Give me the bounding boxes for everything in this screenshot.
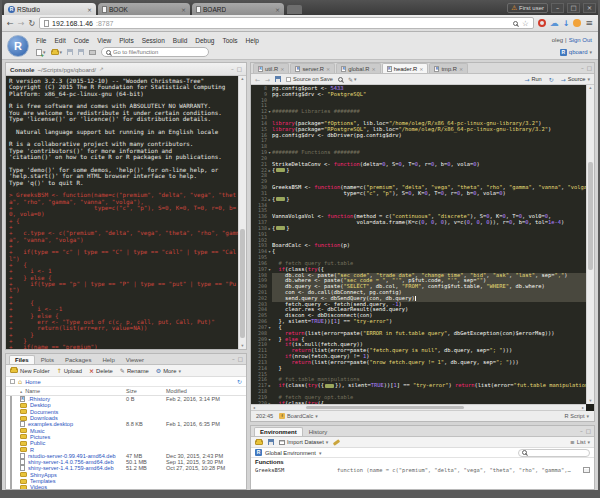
menu-session[interactable]: Session — [142, 37, 165, 44]
function-scope-selector[interactable]: fBoardCalc▾ — [279, 413, 318, 419]
source-button[interactable]: →Source▾ — [561, 76, 590, 83]
file-link[interactable]: Pictures — [30, 434, 50, 440]
select-all-checkbox[interactable] — [10, 379, 15, 384]
upload-button[interactable]: ↑Upload — [57, 367, 82, 374]
tab-close-icon[interactable]: × — [275, 6, 280, 13]
refresh-files-icon[interactable]: ↻ — [237, 378, 242, 385]
new-tab-button[interactable] — [287, 5, 302, 14]
minimize-pane-icon[interactable]: – — [231, 66, 234, 72]
scroll-up-icon[interactable]: ▴ — [587, 85, 594, 91]
menu-file[interactable]: File — [36, 37, 46, 44]
save-workspace-icon[interactable] — [268, 439, 274, 445]
file-row[interactable]: rstudio-server-0.99.491-amd64.deb47 MBDe… — [6, 453, 246, 459]
tab-close-icon[interactable]: × — [459, 66, 463, 72]
file-link[interactable]: shiny-server-1.4.0.756-amd64.deb — [28, 459, 114, 465]
popout-icon[interactable]: ↗ — [99, 66, 104, 72]
tab-packages[interactable]: Packages — [60, 356, 96, 364]
folded-code-pill[interactable] — [325, 384, 334, 388]
scroll-down-icon[interactable]: ▾ — [239, 343, 246, 349]
h-scrollbar-thumb[interactable] — [306, 406, 464, 409]
environment-search[interactable] — [518, 449, 590, 457]
tab-close-icon[interactable]: × — [419, 66, 423, 72]
load-workspace-icon[interactable] — [255, 440, 263, 445]
close-button[interactable]: × — [583, 3, 596, 13]
print-icon[interactable] — [89, 50, 96, 55]
save-all-icon[interactable] — [78, 49, 84, 55]
tab-help[interactable]: Help — [97, 356, 119, 364]
menu-help[interactable]: Help — [246, 37, 259, 44]
save-file-icon[interactable] — [275, 76, 281, 82]
more-button[interactable]: ⚙More▾ — [156, 367, 181, 374]
menu-plots[interactable]: Plots — [119, 37, 133, 44]
minimize-pane-icon[interactable]: – — [581, 65, 584, 71]
source-tab[interactable]: Rheader.R× — [382, 63, 429, 73]
maximize-pane-icon[interactable]: □ — [587, 65, 592, 71]
bookmark-star-icon[interactable]: ☆ — [522, 19, 529, 28]
environment-search-input[interactable] — [527, 450, 586, 456]
browser-tab[interactable]: RRStudio× — [4, 3, 96, 15]
source-tab[interactable]: Rserver.R× — [290, 63, 335, 73]
file-row[interactable]: examples.desktop8.8 KBFeb 1, 2016, 6:35 … — [6, 421, 246, 427]
minimize-button[interactable]: – — [551, 3, 564, 13]
file-link[interactable]: .Rhistory — [28, 396, 50, 402]
file-link[interactable]: Documents — [30, 409, 58, 415]
goto-file-search[interactable] — [101, 47, 209, 57]
minimize-pane-icon[interactable]: – — [580, 428, 583, 434]
menu-debug[interactable]: Debug — [195, 37, 214, 44]
tab-environment[interactable]: Environment — [254, 427, 303, 436]
menu-tools[interactable]: Tools — [222, 37, 237, 44]
back-icon[interactable]: ← — [7, 19, 14, 28]
tab-close-icon[interactable]: × — [326, 66, 330, 72]
find-icon[interactable] — [338, 77, 343, 82]
import-dataset-button[interactable]: Import Dataset▾ — [279, 439, 328, 445]
file-link[interactable]: rstudio-server-0.99.491-amd64.deb — [28, 453, 116, 459]
rename-button[interactable]: ✎Rename — [120, 367, 149, 374]
menu-build[interactable]: Build — [173, 37, 187, 44]
file-type-selector[interactable]: R Script▾ — [565, 413, 589, 419]
clear-environment-icon[interactable] — [333, 439, 340, 445]
column-modified[interactable]: Modified — [166, 388, 246, 394]
scroll-right-icon[interactable]: ▸ — [582, 405, 584, 410]
orange-extension-icon[interactable] — [573, 19, 581, 27]
source-on-save-checkbox[interactable] — [286, 77, 291, 82]
forward-icon[interactable]: → — [18, 19, 25, 28]
console-scrollbar[interactable]: ▴ ▾ — [238, 76, 246, 349]
reload-icon[interactable]: ↻ — [28, 19, 35, 28]
open-file-button[interactable]: ▾ — [51, 49, 63, 55]
nav-back-icon[interactable]: ← — [255, 76, 260, 83]
tab-viewer[interactable]: Viewer — [121, 356, 149, 364]
menu-edit[interactable]: Edit — [54, 37, 65, 44]
nav-forward-icon[interactable]: → — [265, 76, 270, 83]
tab-plots[interactable]: Plots — [36, 356, 59, 364]
scrollbar-thumb[interactable] — [240, 229, 245, 338]
row-checkbox[interactable] — [10, 483, 12, 489]
file-link[interactable]: ShinyApps — [30, 472, 57, 478]
new-folder-button[interactable]: New Folder — [10, 368, 50, 374]
new-file-button[interactable]: ▾ — [36, 49, 46, 56]
browser-tab[interactable]: BOOK× — [98, 3, 190, 15]
minimize-pane-icon[interactable]: – — [232, 356, 235, 362]
tab-files[interactable]: Files — [9, 355, 35, 364]
scroll-left-icon[interactable]: ◂ — [253, 405, 255, 410]
file-link[interactable]: shiny-server-1.4.1.759-amd64.deb — [28, 465, 114, 471]
file-row[interactable]: shiny-server-1.4.1.759-amd64.deb51.2 MBO… — [6, 465, 246, 471]
goto-file-input[interactable] — [113, 49, 204, 55]
red-extension-icon[interactable] — [538, 19, 546, 27]
tab-close-icon[interactable]: × — [280, 66, 284, 72]
browser-menu-icon[interactable]: ≡ — [585, 18, 593, 28]
scrollbar-thumb[interactable] — [588, 162, 593, 270]
first-user-badge[interactable]: ⚠First user — [507, 3, 548, 13]
run-button[interactable]: →Run — [524, 76, 541, 83]
file-link[interactable]: Desktop — [30, 402, 51, 408]
file-link[interactable]: Music — [30, 428, 45, 434]
source-tab[interactable]: Rutil.R× — [253, 63, 289, 73]
tab-close-icon[interactable]: × — [181, 6, 186, 13]
maximize-pane-icon[interactable]: □ — [586, 428, 591, 434]
folded-code-pill[interactable] — [276, 197, 285, 201]
code-tools-button[interactable]: ✎▾ — [348, 76, 357, 83]
menu-code[interactable]: Code — [74, 37, 90, 44]
maximize-pane-icon[interactable]: □ — [238, 356, 243, 362]
column-size[interactable]: Size — [126, 388, 166, 394]
folded-code-pill[interactable] — [276, 226, 285, 230]
breadcrumb-home[interactable]: Home — [25, 379, 40, 385]
